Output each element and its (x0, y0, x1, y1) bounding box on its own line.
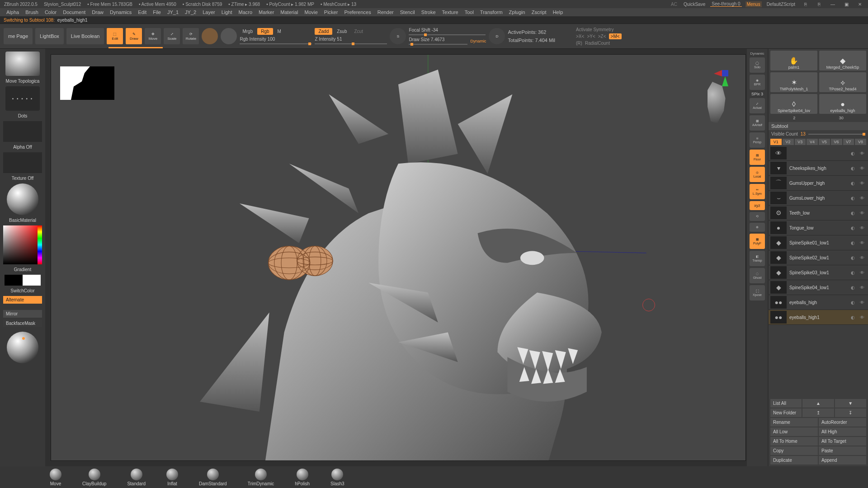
menu-marker[interactable]: Marker (259, 9, 274, 15)
move-up-button[interactable]: ▲ (802, 399, 834, 408)
vtab[interactable]: V7 (843, 139, 854, 145)
menu-help[interactable]: Help (553, 9, 563, 15)
toggle-icon[interactable]: ◐ (851, 315, 857, 320)
alllow-button[interactable]: All Low (770, 427, 818, 436)
subtool-item[interactable]: ⚙Teeth_low◐👁 (769, 206, 868, 221)
menu-document[interactable]: Document (63, 9, 85, 15)
activate-symmetry-label[interactable]: Activate Symmetry (576, 27, 622, 32)
m-button[interactable]: M (275, 28, 284, 35)
append-button[interactable]: Append (819, 456, 866, 465)
vtab[interactable]: V4 (807, 139, 818, 145)
size-dial[interactable]: D (489, 28, 505, 44)
tool-thumb[interactable]: ◆Merged_CheekSp (819, 51, 866, 70)
minimize-icon[interactable]: — (827, 2, 838, 7)
sym-x-button[interactable]: >X< (576, 34, 584, 39)
subtool-header[interactable]: Subtool (769, 122, 868, 130)
lightbox-button[interactable]: LightBox (35, 28, 64, 44)
menus-button[interactable]: Menus (745, 1, 762, 7)
tool-thumb[interactable]: ◊SpineSpike04_lov (770, 94, 817, 114)
toggle-icon[interactable]: ◐ (851, 240, 857, 245)
vtab[interactable]: V3 (795, 139, 806, 145)
local-button[interactable]: ◎Local (750, 167, 765, 182)
eye-icon[interactable]: 👁 (860, 166, 866, 171)
rename-button[interactable]: Rename (770, 418, 818, 427)
menu-stroke[interactable]: Stroke (421, 9, 436, 15)
texture-preview[interactable] (3, 152, 42, 173)
menu-picker[interactable]: Picker (324, 9, 338, 15)
quicksave-button[interactable]: QuickSave (682, 2, 707, 7)
subtool-item[interactable]: ◆SpineSpike01_low1◐👁 (769, 235, 868, 250)
subtool-item[interactable]: ◆SpineSpike02_low1◐👁 (769, 250, 868, 265)
eye-icon[interactable]: 👁 (860, 255, 866, 260)
dynamic-toggle[interactable]: Dynamic (470, 39, 486, 43)
focal-shift-slider[interactable]: Focal Shift -34 (409, 28, 486, 35)
close-icon[interactable]: ✕ (854, 2, 865, 7)
move-down-button[interactable]: ▼ (835, 399, 866, 408)
menu-light[interactable]: Light (222, 9, 232, 15)
eye-icon[interactable]: 👁 (860, 285, 866, 290)
vtab[interactable]: V6 (831, 139, 842, 145)
subtool-item[interactable]: ⌒GumsUpper_high◐👁 (769, 176, 868, 191)
ghost-button[interactable]: ◌Ghost (750, 268, 765, 283)
sym-r-button[interactable]: (R) (576, 41, 582, 46)
dock-right-icon[interactable]: ⎘ (814, 2, 825, 7)
falloff-preview[interactable] (7, 332, 38, 363)
brush-slash3[interactable]: Slash3 (330, 469, 344, 486)
seethrough-slider[interactable]: See-through 0 (710, 1, 741, 7)
menu-color[interactable]: Color (45, 9, 57, 15)
autoreorder-button[interactable]: AutoReorder (819, 418, 866, 427)
eye-icon[interactable]: 👁 (860, 240, 866, 245)
aahalf-button[interactable]: ▦AAHalf (750, 115, 765, 131)
sym-y-button[interactable]: >Y< (587, 34, 595, 39)
brush-move[interactable]: Move (50, 469, 61, 486)
eye-icon[interactable]: ◐ (851, 151, 857, 156)
toggle-icon[interactable]: ◐ (851, 211, 857, 216)
material-preview[interactable] (7, 183, 38, 215)
z-intensity-slider[interactable]: Z Intensity 51 (315, 37, 387, 44)
tool-thumb[interactable]: ●eyeballs_high (819, 94, 866, 114)
menu-transform[interactable]: Transform (480, 9, 503, 15)
menu-alpha[interactable]: Alpha (6, 9, 19, 15)
brush-trimdynamic[interactable]: TrimDynamic (248, 469, 274, 486)
eye-icon[interactable]: 👁 (860, 300, 866, 305)
eye-icon[interactable]: 👁 (860, 196, 866, 201)
vtab[interactable]: V1 (770, 139, 782, 145)
transp-button[interactable]: ◧Transp (750, 251, 765, 266)
arrow-down-icon[interactable]: ↧ (835, 408, 866, 417)
mirror-button[interactable]: Mirror (3, 310, 42, 318)
duplicate-button[interactable]: Duplicate (770, 456, 818, 465)
subtool-item[interactable]: ◆SpineSpike03_low1◐👁 (769, 265, 868, 280)
brush-preview[interactable] (5, 52, 40, 76)
alpha-preview[interactable] (3, 121, 42, 142)
rotate-mode-button[interactable]: ⟳Rotate (183, 28, 199, 44)
defaultzscript-button[interactable]: DefaultZScript (765, 2, 797, 7)
maximize-icon[interactable]: ▣ (841, 2, 852, 7)
menu-macro[interactable]: Macro (239, 9, 253, 15)
menu-edit[interactable]: Edit (138, 9, 146, 15)
frame-icon[interactable]: ⊕ (750, 223, 765, 232)
eye-icon[interactable]: 👁 (860, 270, 866, 275)
homepage-button[interactable]: me Page (4, 28, 33, 44)
menu-tool[interactable]: Tool (465, 9, 474, 15)
sculptris-button[interactable] (221, 28, 237, 44)
menu-file[interactable]: File (153, 9, 161, 15)
tool-thumb[interactable]: ⟡TPose2_head4 (819, 72, 866, 92)
subtool-item[interactable]: ●Tongue_low◐👁 (769, 221, 868, 235)
xpose-button[interactable]: ⛶Xpose (750, 285, 765, 300)
toggle-icon[interactable]: ◐ (851, 270, 857, 275)
edit-mode-button[interactable]: ⬚Edit (107, 28, 123, 44)
rgb-intensity-slider[interactable]: Rgb Intensity 100 (240, 37, 312, 44)
eye-icon[interactable]: 👁 (860, 151, 866, 156)
menu-jy_2[interactable]: JY_2 (185, 9, 196, 15)
polyf-button[interactable]: ▦PolyF (750, 234, 765, 249)
tool-thumb[interactable]: ✶TMPolyMesh_1 (770, 72, 817, 92)
liveboolean-button[interactable]: Live Boolean (66, 28, 104, 44)
allhigh-button[interactable]: All High (819, 427, 866, 436)
menu-brush[interactable]: Brush (25, 9, 38, 15)
menu-texture[interactable]: Texture (442, 9, 458, 15)
subtool-item[interactable]: ⌣GumsLower_high◐👁 (769, 191, 868, 206)
paste-button[interactable]: Paste (819, 446, 866, 455)
subtool-item[interactable]: ◆SpineSpike04_low1◐👁 (769, 280, 868, 295)
newfolder-button[interactable]: New Folder (770, 408, 802, 417)
vtab[interactable]: V8 (855, 139, 866, 145)
